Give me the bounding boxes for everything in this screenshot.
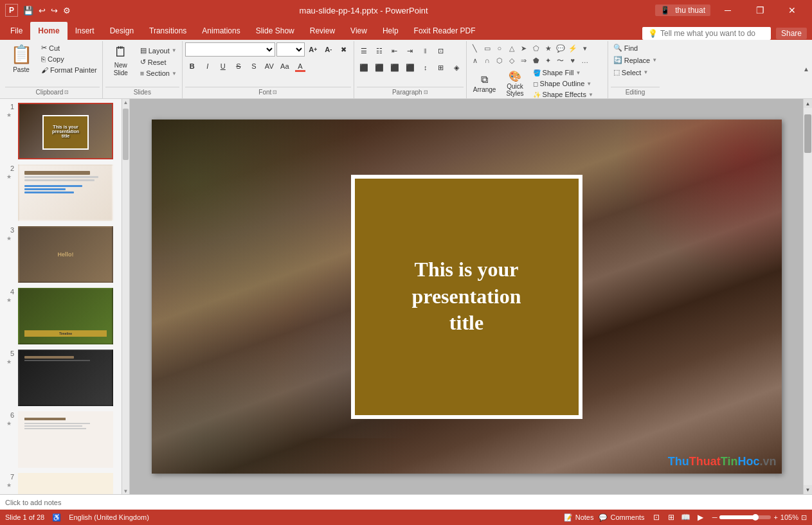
strikethrough-button[interactable]: S	[231, 59, 246, 73]
redo-icon[interactable]: ↪	[50, 4, 59, 17]
slide-image-2[interactable]	[18, 165, 113, 221]
notes-bar[interactable]: Click to add notes	[0, 494, 812, 510]
shape-fill-button[interactable]: 🪣 Shape Fill ▼	[530, 67, 596, 78]
oval-shape[interactable]: ○	[494, 42, 505, 54]
font-expand[interactable]: ⊡	[273, 89, 277, 95]
slide-canvas[interactable]: This is your presentation title ThuThuat…	[152, 120, 782, 474]
pentagon2-shape[interactable]: ⬟	[530, 55, 542, 66]
zoom-out-button[interactable]: ─	[712, 513, 717, 521]
triangle-shape[interactable]: △	[506, 42, 518, 54]
slide-image-1[interactable]: This is yourpresentationtitle	[18, 103, 113, 159]
tab-slideshow[interactable]: Slide Show	[248, 22, 302, 40]
shapes-more2[interactable]: …	[579, 55, 591, 66]
font-family-select[interactable]	[185, 42, 275, 57]
panel-scroll-thumb[interactable]	[123, 109, 129, 160]
text-direction-button[interactable]: ↕	[419, 60, 433, 75]
panel-scroll-down[interactable]: ▼	[123, 488, 129, 494]
rect-shape[interactable]: ▭	[482, 42, 493, 54]
columns-button[interactable]: ⫴	[419, 44, 433, 58]
clipboard-expand[interactable]: ⊡	[64, 89, 69, 95]
smartart-button[interactable]: ◈	[449, 60, 464, 75]
wave-shape[interactable]: 〜	[555, 55, 566, 66]
slide-thumb-5[interactable]: 5 ★	[3, 348, 119, 407]
zoom-slider[interactable]	[719, 515, 771, 519]
arrange-button[interactable]: ⧉ Arrange	[469, 73, 500, 94]
slide-thumb-2[interactable]: 2 ★	[3, 163, 119, 222]
select-button[interactable]: ⬚ Select ▼	[611, 67, 651, 78]
slide-thumb-3[interactable]: 3 ★ Hello!	[3, 225, 119, 284]
align-left-button[interactable]: ⬛	[357, 60, 371, 75]
fit-button[interactable]: ⊡	[801, 513, 807, 522]
tab-animations[interactable]: Animations	[194, 22, 248, 40]
format-painter-button[interactable]: 🖌 Format Painter	[39, 65, 100, 75]
slideshow-view-button[interactable]: ▶	[694, 512, 707, 523]
tab-help[interactable]: Help	[375, 22, 406, 40]
save-icon[interactable]: 💾	[22, 4, 35, 17]
curve-shape[interactable]: ∩	[482, 55, 493, 66]
justify-button[interactable]: ⬛	[403, 60, 417, 75]
pentagon-shape[interactable]: ⬠	[530, 42, 542, 54]
increase-indent-button[interactable]: ⇥	[403, 44, 417, 58]
align-right-button[interactable]: ⬛	[388, 60, 402, 75]
minimize-button[interactable]: ─	[713, 0, 743, 21]
char-spacing-button[interactable]: AV	[262, 59, 276, 73]
grow-font-button[interactable]: A+	[306, 42, 320, 57]
slide-thumb-7[interactable]: 7 ★ 🐦 BIG CONCEPT	[3, 472, 119, 494]
numbered-list-button[interactable]: ☷	[372, 44, 386, 58]
slide-content-box[interactable]: This is your presentation title	[351, 175, 582, 419]
share-button[interactable]: Share	[776, 28, 807, 39]
change-case-button[interactable]: Aa	[278, 59, 292, 73]
slide-thumb-4[interactable]: 4 ★ Timeline	[3, 287, 119, 346]
tab-design[interactable]: Design	[102, 22, 141, 40]
clear-format-button[interactable]: ✖	[337, 42, 351, 57]
arrow-shape[interactable]: ➤	[518, 42, 530, 54]
diamond-shape[interactable]: ◇	[506, 55, 518, 66]
panel-scrollbar[interactable]: ▲ ▼	[122, 99, 130, 494]
scroll-track[interactable]	[804, 108, 812, 485]
shrink-font-button[interactable]: A-	[321, 42, 336, 57]
more-shapes[interactable]: ▾	[579, 42, 591, 54]
slide-image-4[interactable]: Timeline	[18, 288, 113, 344]
italic-button[interactable]: I	[201, 59, 215, 73]
tab-review[interactable]: Review	[302, 22, 343, 40]
align-center-button[interactable]: ⬛	[372, 60, 386, 75]
paste-button[interactable]: 📋 Paste	[5, 42, 37, 75]
tab-insert[interactable]: Insert	[68, 22, 102, 40]
scroll-down-button[interactable]: ▼	[804, 485, 813, 494]
cut-button[interactable]: ✂ Cut	[39, 42, 100, 53]
restore-button[interactable]: ❐	[745, 0, 775, 21]
user-menu[interactable]: 📱 thu thuat	[655, 4, 710, 16]
scroll-up-button[interactable]: ▲	[804, 99, 813, 108]
help-search[interactable]: 💡	[642, 27, 771, 40]
font-size-select[interactable]	[276, 42, 305, 57]
undo-icon[interactable]: ↩	[37, 4, 47, 17]
accessibility-icon[interactable]: ♿	[52, 513, 61, 522]
help-input[interactable]	[660, 29, 763, 38]
zoom-handle[interactable]	[752, 514, 759, 521]
line-shape[interactable]: ╲	[469, 42, 481, 54]
bullet-list-button[interactable]: ☰	[357, 44, 371, 58]
comments-button[interactable]: 💬 Comments	[599, 513, 644, 522]
section-button[interactable]: ≡ Section ▼	[138, 68, 179, 78]
slide-thumb-6[interactable]: 6 ★	[3, 410, 119, 469]
replace-button[interactable]: 🔄 Replace ▼	[611, 55, 660, 66]
panel-scroll-up[interactable]: ▲	[123, 99, 129, 105]
callout-shape[interactable]: 💬	[555, 42, 566, 54]
heart-shape[interactable]: ♥	[567, 55, 579, 66]
align-text-button[interactable]: ⊞	[434, 60, 448, 75]
hexagon-shape[interactable]: ⬡	[494, 55, 505, 66]
layout-button[interactable]: ▤ Layout ▼	[138, 45, 179, 56]
star2-shape[interactable]: ✦	[543, 55, 554, 66]
ribbon-collapse-button[interactable]: ▲	[803, 40, 809, 98]
slide-thumb-1[interactable]: 1 ★ This is yourpresentationtitle	[3, 102, 119, 161]
tab-file[interactable]: File	[3, 22, 30, 40]
paragraph-expand[interactable]: ⊡	[434, 44, 448, 58]
shape-outline-button[interactable]: ◻ Shape Outline ▼	[530, 78, 596, 89]
reading-view-button[interactable]: 📖	[680, 512, 692, 523]
paragraph-expand-btn[interactable]: ⊡	[424, 89, 428, 95]
slide-image-7[interactable]: 🐦 BIG CONCEPT	[18, 473, 113, 494]
tab-view[interactable]: View	[343, 22, 375, 40]
tab-transitions[interactable]: Transitions	[141, 22, 194, 40]
slide-image-3[interactable]: Hello!	[18, 226, 113, 283]
decrease-indent-button[interactable]: ⇤	[388, 44, 402, 58]
